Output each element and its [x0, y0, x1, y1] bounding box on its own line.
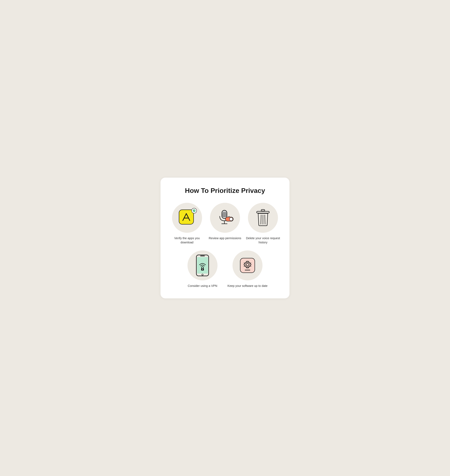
svg-point-25: [245, 262, 250, 267]
svg-point-3: [193, 209, 195, 212]
item-verify-apps: Verify the apps you download: [170, 203, 204, 244]
app-store-icon: [179, 209, 195, 226]
label-review-permissions: Review app permissions: [209, 236, 241, 240]
main-card: How To Prioritize Privacy: [160, 178, 290, 299]
svg-rect-24: [202, 269, 203, 270]
item-vpn: Consider using a VPN: [182, 250, 224, 288]
label-delete-voice: Delete your voice request history: [246, 236, 280, 244]
checkmark-badge: [191, 208, 197, 213]
label-vpn: Consider using a VPN: [188, 284, 217, 288]
bottom-grid: Consider using a VPN: [182, 250, 268, 288]
gear-svg-icon: [243, 261, 252, 269]
svg-point-12: [230, 217, 233, 221]
item-software: Keep your software up to date: [226, 250, 268, 288]
svg-rect-20: [200, 255, 205, 256]
label-software: Keep your software up to date: [228, 284, 268, 288]
top-grid: Verify the apps you download: [170, 203, 280, 244]
item-delete-voice: Delete your voice request history: [246, 203, 280, 244]
icon-circle-verify: [172, 203, 202, 233]
trash-icon: [255, 209, 270, 226]
svg-point-26: [246, 263, 249, 266]
icon-circle-trash: [248, 203, 278, 233]
svg-point-21: [202, 274, 203, 275]
page-title: How To Prioritize Privacy: [170, 187, 280, 195]
svg-rect-14: [257, 211, 269, 213]
app-store-a-icon: [181, 212, 192, 222]
gear-box-dash: [245, 270, 250, 271]
svg-rect-13: [261, 209, 265, 211]
item-review-permissions: Review app permissions: [207, 203, 243, 244]
label-verify-apps: Verify the apps you download: [170, 236, 204, 244]
icon-circle-permissions: [210, 203, 240, 233]
svg-line-0: [183, 214, 186, 221]
microphone-permission-icon: [215, 209, 235, 226]
icon-circle-vpn: [188, 250, 218, 280]
gear-box: [240, 258, 255, 273]
phone-vpn-icon: [196, 254, 209, 277]
icon-circle-software: [232, 250, 262, 280]
checkmark-icon: [193, 209, 195, 212]
svg-line-1: [186, 214, 190, 221]
svg-line-15: [261, 215, 261, 224]
svg-line-17: [265, 215, 265, 224]
